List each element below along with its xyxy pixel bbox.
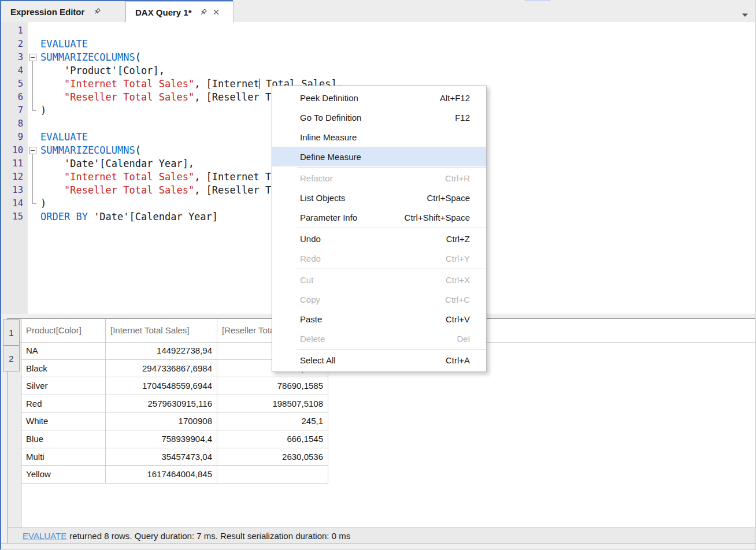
menu-item-peek-definition[interactable]: Peek DefinitionAlt+F12 xyxy=(272,88,486,107)
table-cell[interactable]: 1700908 xyxy=(106,412,217,430)
fold-tick xyxy=(32,110,36,111)
result-set-button-2[interactable]: 2 xyxy=(3,345,20,371)
menu-item-label: Peek Definition xyxy=(300,93,440,103)
evaluate-link[interactable]: EVALUATE xyxy=(23,531,66,541)
table-cell[interactable]: Yellow xyxy=(21,466,106,483)
menu-item-label: Redo xyxy=(300,254,446,263)
plain-token xyxy=(40,184,64,196)
menu-item-cut[interactable]: CutCtrl+X xyxy=(272,270,486,289)
table-cell[interactable]: 2947336867,6984 xyxy=(106,360,217,377)
menu-item-list-objects[interactable]: List ObjectsCtrl+Space xyxy=(272,188,486,207)
plain-token: ) xyxy=(40,105,46,116)
table-cell[interactable]: 758939904,4 xyxy=(106,430,217,448)
table-cell[interactable]: 144922738,94 xyxy=(106,342,217,359)
code-text[interactable]: 'Product'[Color], xyxy=(38,64,755,77)
column-header-product-color[interactable]: Product[Color] xyxy=(21,319,106,342)
line-number: 7 xyxy=(1,104,28,117)
menu-item-define-measure[interactable]: Define Measure xyxy=(272,147,486,166)
query-status-bar: EVALUATE returned 8 rows. Query duration… xyxy=(8,527,755,544)
menu-item-shortcut: Ctrl+Y xyxy=(446,254,470,263)
table-cell[interactable]: Red xyxy=(21,395,106,412)
menu-item-parameter-info[interactable]: Parameter InfoCtrl+Shift+Space xyxy=(272,207,486,227)
dax-editor-window: Expression Editor DAX Query 1* 12EVALUAT… xyxy=(0,0,756,550)
table-cell[interactable]: White xyxy=(21,412,106,430)
table-cell[interactable]: 35457473,04 xyxy=(106,448,217,466)
table-cell[interactable]: Black xyxy=(21,360,106,377)
table-cell[interactable]: 2630,0536 xyxy=(217,448,328,466)
menu-item-shortcut: Ctrl+Z xyxy=(446,234,470,244)
tab-expression-editor[interactable]: Expression Editor xyxy=(1,1,125,22)
table-cell[interactable] xyxy=(217,466,328,483)
keyword-token: SUMMARIZECOLUMNS xyxy=(40,144,135,156)
fold-guide xyxy=(28,197,38,210)
editor-line[interactable]: 1 xyxy=(1,24,755,38)
menu-item-label: Define Measure xyxy=(300,152,470,162)
table-cell[interactable]: 1704548559,6944 xyxy=(106,377,217,395)
editor-line[interactable]: 3SUMMARIZECOLUMNS( xyxy=(1,51,755,64)
fold-guide xyxy=(28,104,38,117)
menu-item-shortcut: F12 xyxy=(455,113,470,122)
table-cell[interactable]: Blue xyxy=(21,430,106,448)
fold-guide xyxy=(28,91,38,104)
table-row: White1700908245,1 xyxy=(21,412,328,430)
menu-item-go-to-definition[interactable]: Go To DefinitionF12 xyxy=(272,107,486,127)
tab-list-dropdown-icon[interactable] xyxy=(742,9,748,14)
plain-token: 'Date'[Calendar Year] xyxy=(88,211,218,222)
menu-item-shortcut: Alt+F12 xyxy=(440,93,470,103)
pin-icon[interactable] xyxy=(92,7,102,16)
menu-item-shortcut: Ctrl+X xyxy=(446,275,470,285)
fold-vline xyxy=(32,170,33,184)
menu-item-label: Go To Definition xyxy=(300,113,455,122)
fold-collapse-box-icon[interactable] xyxy=(29,147,36,154)
table-cell[interactable]: 198507,5108 xyxy=(217,395,328,412)
bottom-strip xyxy=(1,543,756,550)
line-number: 3 xyxy=(1,51,28,64)
menu-item-shortcut: Ctrl+Space xyxy=(427,193,470,203)
menu-item-copy[interactable]: CopyCtrl+C xyxy=(272,289,486,309)
close-icon[interactable] xyxy=(212,8,221,17)
column-header-internet-total-sales[interactable]: [Internet Total Sales] xyxy=(106,319,217,342)
fold-tick xyxy=(32,203,36,204)
line-number: 1 xyxy=(1,24,28,38)
code-text[interactable]: EVALUATE xyxy=(38,38,755,51)
fold-toggle-icon[interactable] xyxy=(28,144,38,157)
table-cell[interactable]: 1617464004,845 xyxy=(106,466,217,483)
fold-collapse-box-icon[interactable] xyxy=(29,54,36,61)
menu-item-refactor[interactable]: RefactorCtrl+R xyxy=(272,168,486,188)
editor-line[interactable]: 2EVALUATE xyxy=(1,38,755,51)
table-cell[interactable]: 666,1545 xyxy=(217,430,328,448)
tab-dax-query-1[interactable]: DAX Query 1* xyxy=(125,1,234,23)
menu-separator xyxy=(297,228,486,228)
menu-item-select-all[interactable]: Select AllCtrl+A xyxy=(272,350,486,370)
menu-item-inline-measure[interactable]: Inline Measure xyxy=(272,127,486,147)
plain-token xyxy=(40,91,64,103)
menu-item-label: Refactor xyxy=(300,173,445,183)
keyword-token: SUMMARIZECOLUMNS xyxy=(40,51,135,63)
table-cell[interactable]: NA xyxy=(21,342,106,359)
table-row: Blue758939904,4666,1545 xyxy=(21,430,328,448)
line-number: 2 xyxy=(1,38,28,51)
menu-item-undo[interactable]: UndoCtrl+Z xyxy=(272,229,486,248)
menu-item-delete[interactable]: DeleteDel xyxy=(272,329,486,348)
table-cell[interactable]: 245,1 xyxy=(217,412,328,430)
line-number: 5 xyxy=(1,77,28,91)
table-cell[interactable]: 78690,1585 xyxy=(217,377,328,395)
line-number: 10 xyxy=(1,144,28,157)
table-cell[interactable]: Multi xyxy=(21,448,106,466)
code-text[interactable]: SUMMARIZECOLUMNS( xyxy=(38,51,755,64)
code-text[interactable] xyxy=(38,24,755,38)
table-cell[interactable]: Silver xyxy=(21,377,106,395)
line-number: 8 xyxy=(1,117,28,131)
plain-token: ( xyxy=(135,51,141,63)
editor-line[interactable]: 4 'Product'[Color], xyxy=(1,64,755,77)
menu-item-redo[interactable]: RedoCtrl+Y xyxy=(272,248,486,268)
table-cell[interactable]: 2579630915,116 xyxy=(106,395,217,412)
line-number: 9 xyxy=(1,131,28,144)
string-token: "Internet Total Sales" xyxy=(64,171,194,183)
status-text: returned 8 rows. Query duration: 7 ms. R… xyxy=(69,531,350,541)
fold-toggle-icon[interactable] xyxy=(28,51,38,64)
menu-item-paste[interactable]: PasteCtrl+V xyxy=(272,309,486,329)
menu-separator xyxy=(297,349,486,350)
pin-icon[interactable] xyxy=(199,8,208,17)
result-set-button-1[interactable]: 1 xyxy=(3,319,20,345)
